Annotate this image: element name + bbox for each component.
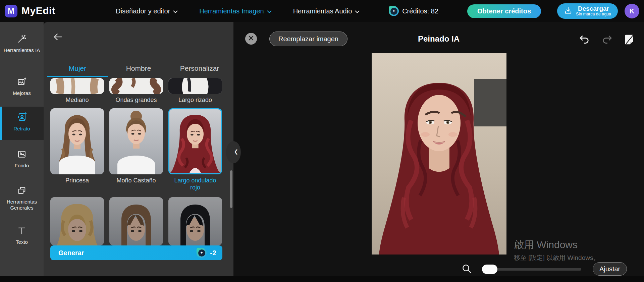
tab-personalizar[interactable]: Personalizar	[169, 60, 230, 77]
style-labels-top: Mediano Ondas grandes Largo rizado	[50, 97, 222, 104]
chevron-down-icon	[267, 7, 272, 15]
style-label: Ondas grandes	[109, 97, 163, 104]
style-label: Moño Castaño	[109, 177, 163, 191]
chevron-down-icon	[173, 7, 178, 15]
style-thumb-princesa[interactable]	[50, 108, 104, 174]
thumb-dim-overlay	[168, 197, 222, 245]
undo-icon	[578, 41, 590, 47]
zoom-slider-knob[interactable]	[482, 265, 497, 274]
undo-button[interactable]	[578, 34, 590, 46]
nav-designer-editor[interactable]: Diseñador y editor	[116, 7, 178, 15]
style-row-top	[50, 78, 222, 94]
sidebar-item-texto[interactable]: Texto	[0, 226, 44, 245]
myedit-app: M MyEdit Diseñador y editor Herramientas…	[0, 0, 644, 282]
image-sparkle-icon	[17, 77, 26, 88]
left-sidebar: Herramientas IA Mejoras Retrato Fondo He…	[0, 22, 44, 276]
style-thumb-largo-ondulado-rojo[interactable]	[168, 108, 222, 174]
sidebar-item-herramientas-ia[interactable]: Herramientas IA	[0, 34, 44, 53]
myedit-logo-icon[interactable]: M	[5, 5, 17, 17]
edited-portrait-image	[372, 53, 506, 255]
style-row-bottom	[50, 197, 222, 245]
style-label: Mediano	[50, 97, 104, 104]
style-labels-mid: Princesa Moño Castaño Largo ondulado roj…	[50, 177, 222, 191]
sidebar-item-herramientas-generales[interactable]: Herramientas Generales	[0, 186, 44, 211]
style-label-selected: Largo ondulado rojo	[168, 177, 222, 191]
sidebar-item-mejoras[interactable]: Mejoras	[0, 77, 44, 96]
nav-image-tools[interactable]: Herramientas Imagen	[199, 7, 271, 15]
overlapping-squares-icon	[17, 186, 26, 196]
panel-collapse-button[interactable]: ❮	[226, 141, 241, 163]
chevron-left-icon: ❮	[234, 149, 238, 155]
style-thumb-mono-castano[interactable]	[109, 108, 163, 174]
get-credits-button[interactable]: Obtener créditos	[467, 4, 541, 18]
top-navbar: M MyEdit Diseñador y editor Herramientas…	[0, 0, 644, 22]
chevron-down-icon	[355, 7, 360, 15]
zoom-magnifier-icon[interactable]	[461, 263, 472, 274]
main-nav: Diseñador y editor Herramientas Imagen H…	[116, 0, 360, 22]
zoom-slider-track[interactable]	[483, 268, 581, 271]
editor-canvas: Reemplazar imagen Peinado IA	[233, 22, 644, 276]
gender-tabs: Mujer Hombre Personalizar	[47, 60, 230, 77]
style-row-mid	[50, 108, 222, 174]
compare-page-button[interactable]	[623, 34, 635, 46]
download-button[interactable]: Descargar Sin marca de agua	[557, 3, 618, 19]
thumb-dim-overlay	[50, 197, 104, 245]
style-thumb-castano-liso[interactable]	[109, 197, 163, 245]
sidebar-item-retrato[interactable]: Retrato	[0, 107, 44, 140]
tab-hombre[interactable]: Hombre	[108, 60, 169, 77]
redo-icon	[601, 41, 613, 47]
style-thumb-rubio-ondulado[interactable]	[50, 197, 104, 245]
style-label: Largo rizado	[168, 97, 222, 104]
back-button[interactable]	[52, 32, 63, 42]
fit-view-button[interactable]: Ajustar	[593, 262, 627, 276]
tab-mujer[interactable]: Mujer	[47, 60, 108, 77]
credits-droplet-icon: ✦	[197, 248, 207, 258]
panel-scrollbar[interactable]	[230, 170, 232, 208]
credits-droplet-icon: ✦	[389, 6, 399, 16]
magic-wand-icon	[17, 34, 26, 45]
style-thumb-largo-rizado[interactable]	[168, 78, 222, 94]
text-icon	[17, 226, 26, 237]
download-icon	[564, 6, 573, 16]
nav-audio-tools[interactable]: Herramientas Audio	[293, 7, 360, 15]
app-title: MyEdit	[21, 5, 55, 16]
user-avatar[interactable]: K	[625, 4, 639, 18]
arrow-left-icon	[52, 38, 63, 43]
thumb-dim-overlay	[109, 197, 163, 245]
portrait-sparkle-icon	[17, 112, 27, 123]
windows-activation-watermark: 啟用 Windows 移至 [設定] 以啟用 Windows。	[514, 238, 599, 262]
style-label: Princesa	[50, 177, 104, 191]
style-thumb-negro-liso[interactable]	[168, 197, 222, 245]
sidebar-item-fondo[interactable]: Fondo	[0, 150, 44, 169]
redo-button[interactable]	[601, 34, 613, 46]
credits-counter[interactable]: ✦ Créditos: 82	[389, 6, 438, 16]
generate-cost: -2	[210, 249, 216, 257]
navbar-right: ✦ Créditos: 82 Obtener créditos Descarga…	[389, 0, 639, 22]
background-image-icon	[17, 150, 26, 160]
page-fold-icon	[623, 41, 635, 47]
bottom-strip	[0, 276, 644, 282]
style-thumb-mediano[interactable]	[50, 78, 104, 94]
style-thumb-ondas-grandes[interactable]	[109, 78, 163, 94]
generate-button[interactable]: Generar ✦ -2	[50, 245, 222, 260]
hairstyle-panel: Mujer Hombre Personalizar Mediano Ondas …	[44, 22, 233, 276]
